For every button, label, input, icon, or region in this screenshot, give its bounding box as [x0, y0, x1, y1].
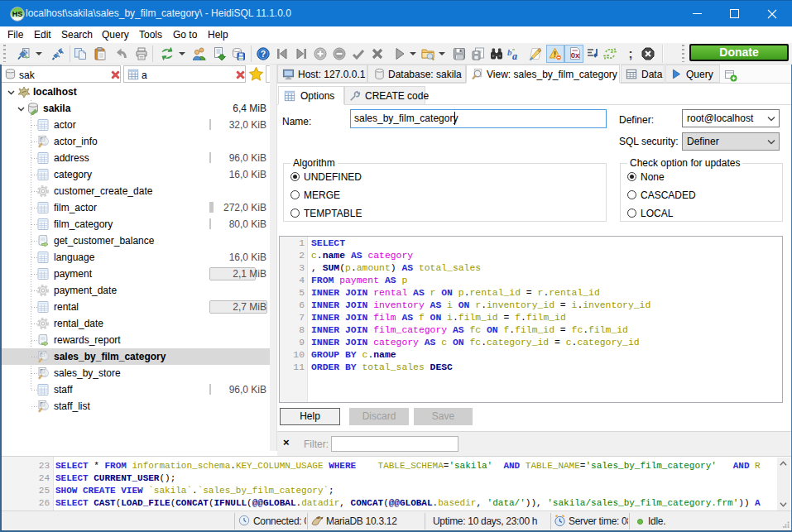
svg-text:HS: HS — [12, 10, 23, 18]
svg-text:a: a — [512, 50, 517, 60]
svg-text:?: ? — [261, 49, 266, 59]
svg-text:;: ; — [629, 47, 633, 60]
svg-text:0x: 0x — [571, 50, 580, 60]
